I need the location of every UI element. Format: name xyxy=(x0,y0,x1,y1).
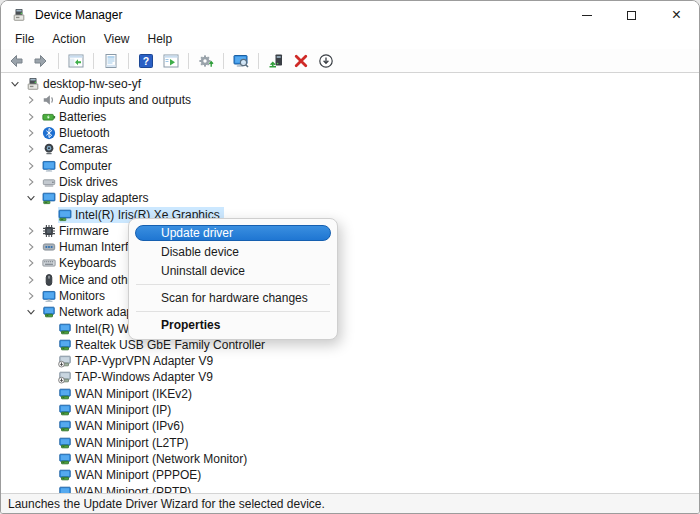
tree-item-label: WAN Miniport (L2TP) xyxy=(75,435,191,451)
tree-item-firmware[interactable]: Firmware xyxy=(1,223,699,239)
context-menu-item-uninstall-device[interactable]: Uninstall device xyxy=(135,262,331,281)
tree-item-wan-miniport-network-monitor[interactable]: WAN Miniport (Network Monitor) xyxy=(1,451,699,467)
svg-text:?: ? xyxy=(143,55,149,67)
disk-icon xyxy=(42,175,59,189)
chevron-right-icon[interactable] xyxy=(23,241,42,253)
tree-item-human-interface-devices[interactable]: Human Interface Devices xyxy=(1,239,699,255)
tree-item-label: WAN Miniport (PPPOE) xyxy=(75,467,203,483)
tree-item-label: Firmware xyxy=(59,223,111,239)
help-button[interactable]: ? xyxy=(135,51,157,71)
computer-icon xyxy=(42,159,59,173)
context-menu-item-scan-for-hardware-changes[interactable]: Scan for hardware changes xyxy=(135,289,331,308)
scan-for-hardware-changes-button[interactable] xyxy=(195,51,217,71)
tree-item-desktop-hw-seo-yf[interactable]: desktop-hw-seo-yf xyxy=(1,76,699,92)
chevron-right-icon[interactable] xyxy=(23,225,42,237)
network-icon xyxy=(42,305,59,319)
tree-item-computer[interactable]: Computer xyxy=(1,157,699,173)
tree-item-realtek-usb-gbe-family-controller[interactable]: Realtek USB GbE Family Controller xyxy=(1,337,699,353)
tree-item-label: WAN Miniport (IPv6) xyxy=(75,418,186,434)
disable-device-icon xyxy=(318,53,334,69)
uninstall-device-button[interactable] xyxy=(290,51,312,71)
tree-item-label: WAN Miniport (PPTP) xyxy=(75,484,193,493)
monitor-search-icon xyxy=(233,53,249,69)
tree-item-bluetooth[interactable]: Bluetooth xyxy=(1,125,699,141)
context-menu-item-properties[interactable]: Properties xyxy=(135,316,331,335)
disable-device-button[interactable] xyxy=(315,51,337,71)
menu-view[interactable]: View xyxy=(95,30,139,48)
tree-item-label: Disk drives xyxy=(59,174,120,190)
chevron-right-icon[interactable] xyxy=(23,111,42,123)
tree-item-wan-miniport-ikev2[interactable]: WAN Miniport (IKEv2) xyxy=(1,386,699,402)
tree-item-content: Monitors xyxy=(42,288,109,304)
chevron-right-icon[interactable] xyxy=(23,176,42,188)
tree-item-network-adapters[interactable]: Network adapters xyxy=(1,304,699,320)
menubar: FileActionViewHelp xyxy=(1,29,699,49)
tree-item-display-adapters[interactable]: Display adapters xyxy=(1,190,699,206)
chevron-right-icon[interactable] xyxy=(23,160,42,172)
tree-item-disk-drives[interactable]: Disk drives xyxy=(1,174,699,190)
titlebar: Device Manager × xyxy=(1,1,699,29)
maximize-button[interactable] xyxy=(609,1,654,29)
tree-item-content: WAN Miniport (Network Monitor) xyxy=(58,451,251,467)
forward-arrow-icon xyxy=(33,53,49,69)
tree-item-label: Computer xyxy=(59,158,114,174)
context-menu-separator xyxy=(136,311,330,312)
chevron-right-icon[interactable] xyxy=(23,94,42,106)
tree-item-monitors[interactable]: Monitors xyxy=(1,288,699,304)
tree-item-content: TAP-VyprVPN Adapter V9 xyxy=(58,353,217,369)
tree-item-label: desktop-hw-seo-yf xyxy=(43,76,143,92)
tree-item-content: Bluetooth xyxy=(42,125,114,141)
mouse-icon xyxy=(42,273,59,287)
minimize-button[interactable] xyxy=(564,1,609,29)
tree-item-wan-miniport-l2tp[interactable]: WAN Miniport (L2TP) xyxy=(1,435,699,451)
context-menu-item-update-driver[interactable]: Update driver xyxy=(135,225,331,241)
forward-button[interactable] xyxy=(30,51,52,71)
tree-item-label: Display adapters xyxy=(59,190,150,206)
chevron-right-icon[interactable] xyxy=(23,290,42,302)
tree-item-wan-miniport-pppoe[interactable]: WAN Miniport (PPPOE) xyxy=(1,467,699,483)
close-button[interactable]: × xyxy=(654,1,699,29)
tree-item-content: Cameras xyxy=(42,141,112,157)
chevron-right-icon[interactable] xyxy=(23,257,42,269)
help-icon: ? xyxy=(138,53,154,69)
export-list-button[interactable] xyxy=(160,51,182,71)
chevron-right-icon[interactable] xyxy=(23,127,42,139)
firmware-chip-icon xyxy=(42,224,59,238)
tree-item-keyboards[interactable]: Keyboards xyxy=(1,255,699,271)
tree-item-intel-r-wi[interactable]: Intel(R) Wi xyxy=(1,320,699,336)
chevron-down-icon[interactable] xyxy=(23,192,42,204)
network-icon xyxy=(58,436,75,450)
show-hide-console-tree-button[interactable] xyxy=(65,51,87,71)
context-menu-item-disable-device[interactable]: Disable device xyxy=(135,243,331,262)
scan-gear-icon xyxy=(198,53,214,69)
uninstall-x-icon xyxy=(293,53,309,69)
tree-item-cameras[interactable]: Cameras xyxy=(1,141,699,157)
tree-item-audio-inputs-and-outputs[interactable]: Audio inputs and outputs xyxy=(1,92,699,108)
tree-item-label: WAN Miniport (IP) xyxy=(75,402,173,418)
chevron-down-icon[interactable] xyxy=(23,306,42,318)
search-devices-button[interactable] xyxy=(230,51,252,71)
toolbar-separator xyxy=(188,53,189,69)
chevron-right-icon[interactable] xyxy=(23,143,42,155)
tree-item-wan-miniport-ip[interactable]: WAN Miniport (IP) xyxy=(1,402,699,418)
chevron-down-icon[interactable] xyxy=(7,78,26,90)
update-driver-button[interactable] xyxy=(265,51,287,71)
tree-item-wan-miniport-pptp[interactable]: WAN Miniport (PPTP) xyxy=(1,483,699,493)
back-button[interactable] xyxy=(5,51,27,71)
properties-button[interactable] xyxy=(100,51,122,71)
tree-item-tap-windows-adapter-v9[interactable]: TAP-Windows Adapter V9 xyxy=(1,369,699,385)
menu-action[interactable]: Action xyxy=(43,30,94,48)
chevron-right-icon[interactable] xyxy=(23,274,42,286)
status-bar-text: Launches the Update Driver Wizard for th… xyxy=(8,497,325,511)
tree-item-content: Audio inputs and outputs xyxy=(42,92,195,108)
menu-file[interactable]: File xyxy=(6,30,43,48)
tree-item-batteries[interactable]: Batteries xyxy=(1,109,699,125)
context-menu: Update driverDisable deviceUninstall dev… xyxy=(128,218,338,340)
tree-item-intel-r-iris-r-xe-graphics[interactable]: Intel(R) Iris(R) Xe Graphics xyxy=(1,206,699,222)
tree-item-label: Intel(R) Wi xyxy=(75,321,134,337)
toolbar-separator xyxy=(93,53,94,69)
tree-item-wan-miniport-ipv6[interactable]: WAN Miniport (IPv6) xyxy=(1,418,699,434)
tree-item-mice-and-other-pointing-devices[interactable]: Mice and other pointing devices xyxy=(1,272,699,288)
menu-help[interactable]: Help xyxy=(139,30,182,48)
tree-item-tap-vyprvpn-adapter-v9[interactable]: TAP-VyprVPN Adapter V9 xyxy=(1,353,699,369)
